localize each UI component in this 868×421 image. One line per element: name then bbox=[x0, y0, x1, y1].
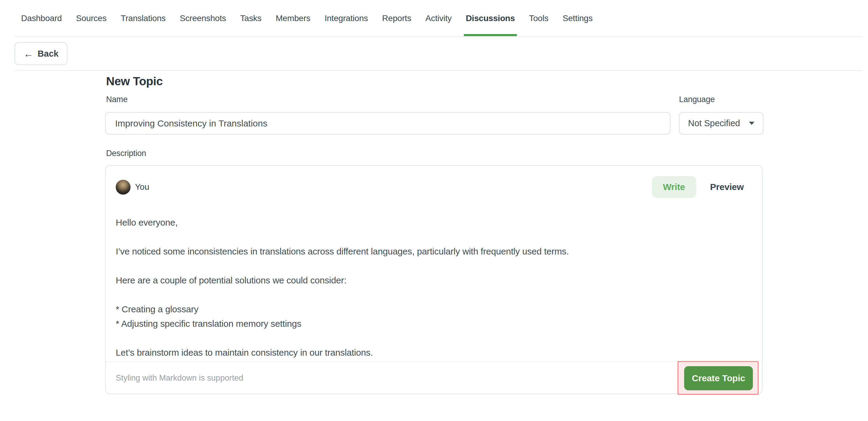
editor-header: You Write Preview bbox=[116, 176, 744, 198]
back-button[interactable]: ← Back bbox=[14, 42, 67, 65]
language-dropdown[interactable]: Not Specified bbox=[679, 112, 764, 135]
name-input[interactable] bbox=[105, 112, 671, 135]
language-label: Language bbox=[679, 95, 715, 104]
description-label: Description bbox=[106, 149, 146, 158]
author-block: You bbox=[116, 180, 149, 195]
header-divider bbox=[14, 70, 863, 71]
nav-item-sources[interactable]: Sources bbox=[76, 0, 106, 37]
nav-item-translations[interactable]: Translations bbox=[121, 0, 166, 37]
nav-item-screenshots[interactable]: Screenshots bbox=[180, 0, 226, 37]
arrow-left-icon: ← bbox=[24, 49, 33, 59]
editor-paragraph: * Creating a glossary * Adjusting specif… bbox=[116, 302, 750, 331]
back-label: Back bbox=[38, 49, 59, 59]
editor-paragraph: Let’s brainstorm ideas to maintain consi… bbox=[116, 346, 750, 360]
name-label: Name bbox=[106, 95, 127, 104]
tab-preview[interactable]: Preview bbox=[710, 182, 744, 192]
editor-paragraph: Hello everyone, bbox=[116, 215, 750, 230]
editor-tabs: Write Preview bbox=[652, 176, 744, 198]
editor-footer: Styling with Markdown is supported bbox=[116, 362, 243, 394]
nav-item-tasks[interactable]: Tasks bbox=[240, 0, 261, 37]
chevron-down-icon bbox=[749, 122, 754, 125]
main-nav: DashboardSourcesTranslationsScreenshotsT… bbox=[0, 0, 868, 37]
description-editor[interactable]: Hello everyone,I’ve noticed some inconsi… bbox=[116, 215, 750, 374]
nav-item-tools[interactable]: Tools bbox=[529, 0, 548, 37]
language-selected-value: Not Specified bbox=[688, 118, 740, 128]
user-avatar bbox=[116, 180, 130, 195]
nav-item-members[interactable]: Members bbox=[276, 0, 310, 37]
nav-divider bbox=[14, 36, 863, 37]
markdown-hint: Styling with Markdown is supported bbox=[116, 374, 243, 383]
app-root: DashboardSourcesTranslationsScreenshotsT… bbox=[0, 0, 868, 421]
nav-item-dashboard[interactable]: Dashboard bbox=[21, 0, 62, 37]
editor-paragraph: I’ve noticed some inconsistencies in tra… bbox=[116, 244, 750, 259]
tab-write[interactable]: Write bbox=[652, 176, 696, 198]
nav-item-integrations[interactable]: Integrations bbox=[324, 0, 368, 37]
nav-item-activity[interactable]: Activity bbox=[426, 0, 452, 37]
author-name: You bbox=[135, 182, 149, 192]
nav-item-settings[interactable]: Settings bbox=[563, 0, 593, 37]
page-title: New Topic bbox=[106, 75, 163, 88]
nav-item-reports[interactable]: Reports bbox=[382, 0, 411, 37]
editor-paragraph: Here are a couple of potential solutions… bbox=[116, 273, 750, 288]
nav-item-discussions[interactable]: Discussions bbox=[466, 0, 515, 37]
create-topic-button[interactable]: Create Topic bbox=[684, 366, 753, 390]
description-card: You Write Preview Hello everyone,I’ve no… bbox=[105, 165, 763, 394]
